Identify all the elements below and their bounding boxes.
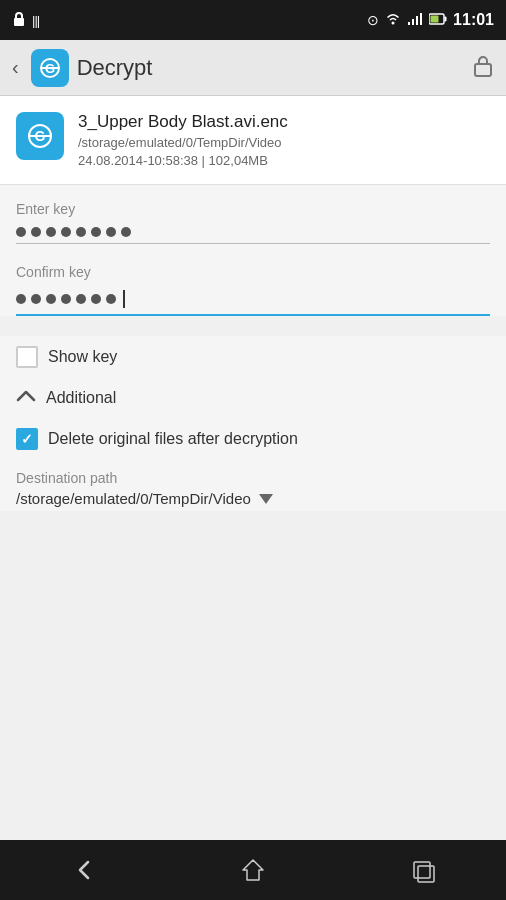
file-card: G 3_Upper Body Blast.avi.enc /storage/em… [0, 96, 506, 185]
svg-rect-19 [414, 862, 430, 878]
svg-rect-2 [408, 22, 410, 25]
cdot1 [16, 294, 26, 304]
delete-files-label: Delete original files after decryption [48, 430, 298, 448]
delete-files-row[interactable]: Delete original files after decryption [0, 418, 506, 460]
nav-bar [0, 840, 506, 900]
lock-button[interactable] [472, 53, 494, 83]
delete-files-checkbox[interactable] [16, 428, 38, 450]
chevron-up-icon [16, 388, 36, 408]
svg-rect-0 [14, 18, 24, 26]
app-title: Decrypt [77, 55, 153, 81]
confirm-key-input[interactable] [16, 284, 490, 316]
additional-label: Additional [46, 389, 116, 407]
status-time: 11:01 [453, 11, 494, 29]
confirm-key-label: Confirm key [16, 264, 490, 280]
form-area: Enter key Confirm key [0, 185, 506, 316]
app-bar: ‹ G Decrypt [0, 40, 506, 96]
file-icon: G [16, 112, 64, 160]
cdot3 [46, 294, 56, 304]
destination-label: Destination path [16, 470, 490, 486]
dropdown-arrow-icon [259, 494, 273, 504]
dot5 [76, 227, 86, 237]
dot7 [106, 227, 116, 237]
file-meta: 24.08.2014-10:58:38 | 102,04MB [78, 153, 288, 168]
dot3 [46, 227, 56, 237]
dot2 [31, 227, 41, 237]
enter-key-label: Enter key [16, 201, 490, 217]
destination-section: Destination path /storage/emulated/0/Tem… [0, 460, 506, 511]
svg-rect-3 [412, 19, 414, 25]
file-info: 3_Upper Body Blast.avi.enc /storage/emul… [78, 112, 288, 168]
additional-row[interactable]: Additional [0, 378, 506, 418]
back-button[interactable]: ‹ [12, 56, 19, 79]
status-bar-right: ⊙ 11:01 [367, 11, 494, 29]
svg-rect-5 [420, 13, 422, 25]
file-path: /storage/emulated/0/TempDir/Video [78, 135, 288, 150]
svg-point-1 [392, 21, 395, 24]
show-key-checkbox[interactable] [16, 346, 38, 368]
svg-rect-4 [416, 16, 418, 25]
home-nav-button[interactable] [239, 856, 267, 884]
recents-nav-button[interactable] [408, 856, 436, 884]
cdot5 [76, 294, 86, 304]
status-bar: ||| ⊙ [0, 0, 506, 40]
svg-rect-7 [445, 17, 447, 22]
destination-path-row[interactable]: /storage/emulated/0/TempDir/Video [16, 490, 490, 507]
wifi-icon [385, 12, 401, 29]
back-nav-button[interactable] [70, 856, 98, 884]
signal-icon [407, 12, 423, 29]
svg-rect-20 [418, 866, 434, 882]
cdot6 [91, 294, 101, 304]
cdot4 [61, 294, 71, 304]
lock-status-icon [12, 11, 26, 30]
clock-icon: ⊙ [367, 12, 379, 28]
dot8 [121, 227, 131, 237]
dot1 [16, 227, 26, 237]
show-key-row[interactable]: Show key [0, 336, 506, 378]
file-name: 3_Upper Body Blast.avi.enc [78, 112, 288, 132]
status-bar-left: ||| [12, 11, 39, 30]
svg-rect-13 [475, 64, 491, 76]
svg-marker-18 [243, 860, 263, 880]
cdot7 [106, 294, 116, 304]
app-logo: G [31, 49, 69, 87]
destination-path: /storage/emulated/0/TempDir/Video [16, 490, 251, 507]
confirm-key-group: Confirm key [16, 264, 490, 316]
show-key-label: Show key [48, 348, 117, 366]
barcode-icon: ||| [32, 13, 39, 28]
dot6 [91, 227, 101, 237]
battery-icon [429, 12, 447, 28]
enter-key-input[interactable] [16, 221, 490, 244]
app-bar-left: ‹ G Decrypt [12, 49, 152, 87]
enter-key-group: Enter key [16, 201, 490, 244]
text-cursor [123, 290, 125, 308]
cdot2 [31, 294, 41, 304]
svg-rect-8 [431, 16, 439, 23]
dot4 [61, 227, 71, 237]
